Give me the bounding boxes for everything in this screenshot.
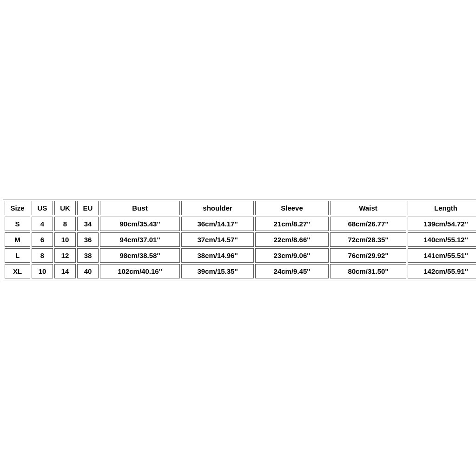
cell-length: 139cm/54.72'': [408, 217, 476, 231]
header-row: Size US UK EU Bust shoulder Sleeve Waist…: [5, 201, 476, 215]
table-row: S 4 8 34 90cm/35.43'' 36cm/14.17'' 21cm/…: [5, 217, 476, 231]
cell-bust: 90cm/35.43'': [100, 217, 180, 231]
cell-waist: 76cm/29.92'': [330, 248, 406, 263]
cell-sleeve: 23cm/9.06'': [255, 248, 329, 263]
cell-uk: 10: [54, 232, 76, 247]
cell-size: M: [5, 232, 30, 247]
cell-sleeve: 21cm/8.27'': [255, 217, 329, 231]
cell-bust: 102cm/40.16'': [100, 264, 180, 278]
cell-length: 142cm/55.91'': [408, 264, 476, 278]
cell-length: 140cm/55.12'': [408, 232, 476, 247]
cell-waist: 80cm/31.50'': [330, 264, 406, 278]
cell-us: 4: [32, 217, 53, 231]
cell-shoulder: 36cm/14.17'': [181, 217, 254, 231]
cell-bust: 94cm/37.01'': [100, 232, 180, 247]
cell-eu: 38: [77, 248, 99, 263]
table-row: M 6 10 36 94cm/37.01'' 37cm/14.57'' 22cm…: [5, 232, 476, 247]
cell-bust: 98cm/38.58'': [100, 248, 180, 263]
cell-waist: 68cm/26.77'': [330, 217, 406, 231]
cell-eu: 40: [77, 264, 99, 278]
cell-waist: 72cm/28.35'': [330, 232, 406, 247]
col-header-sleeve: Sleeve: [255, 201, 329, 215]
cell-size: S: [5, 217, 30, 231]
cell-sleeve: 24cm/9.45'': [255, 264, 329, 278]
cell-shoulder: 39cm/15.35'': [181, 264, 254, 278]
cell-us: 10: [32, 264, 53, 278]
cell-eu: 34: [77, 217, 99, 231]
cell-uk: 14: [54, 264, 76, 278]
size-chart-table: Size US UK EU Bust shoulder Sleeve Waist…: [3, 199, 476, 280]
cell-uk: 12: [54, 248, 76, 263]
table-row: XL 10 14 40 102cm/40.16'' 39cm/15.35'' 2…: [5, 264, 476, 278]
col-header-us: US: [32, 201, 53, 215]
cell-length: 141cm/55.51'': [408, 248, 476, 263]
col-header-eu: EU: [77, 201, 99, 215]
cell-uk: 8: [54, 217, 76, 231]
col-header-length: Length: [408, 201, 476, 215]
cell-sleeve: 22cm/8.66'': [255, 232, 329, 247]
col-header-uk: UK: [54, 201, 76, 215]
table-row: L 8 12 38 98cm/38.58'' 38cm/14.96'' 23cm…: [5, 248, 476, 263]
col-header-bust: Bust: [100, 201, 180, 215]
cell-us: 8: [32, 248, 53, 263]
cell-eu: 36: [77, 232, 99, 247]
cell-shoulder: 37cm/14.57'': [181, 232, 254, 247]
col-header-shoulder: shoulder: [181, 201, 254, 215]
cell-us: 6: [32, 232, 53, 247]
cell-size: XL: [5, 264, 30, 278]
cell-shoulder: 38cm/14.96'': [181, 248, 254, 263]
col-header-size: Size: [5, 201, 30, 215]
cell-size: L: [5, 248, 30, 263]
col-header-waist: Waist: [330, 201, 406, 215]
